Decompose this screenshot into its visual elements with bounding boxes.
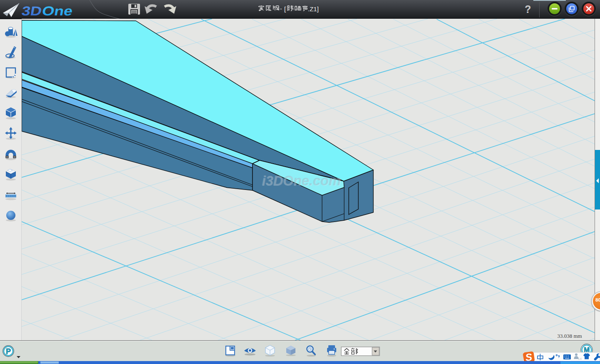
svg-text:P: P <box>6 347 11 356</box>
svg-text:.Z1]: .Z1] <box>308 5 319 12</box>
svg-text:i3DOne.com: i3DOne.com <box>262 173 341 188</box>
svg-text:-: - <box>280 5 282 12</box>
svg-text:33.038 mm: 33.038 mm <box>557 333 582 339</box>
svg-text:14: 14 <box>578 357 582 361</box>
svg-text:[: [ <box>284 5 286 12</box>
